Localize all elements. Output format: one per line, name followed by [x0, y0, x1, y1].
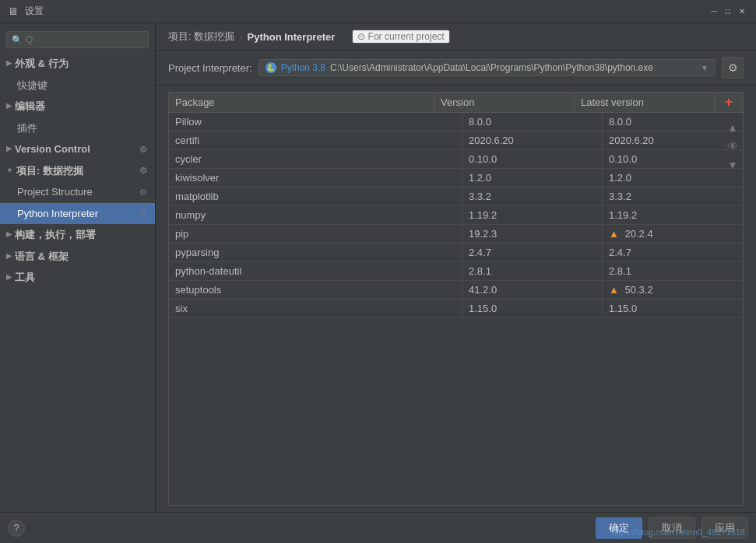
settings-icon: ⚙: [139, 207, 147, 220]
watermark: https://blog.csdn.net/m0_49271518: [611, 527, 745, 537]
package-name: setuptools: [169, 281, 462, 299]
sidebar-item-project[interactable]: ▼ 项目: 数据挖掘 ⚙: [0, 160, 155, 182]
sidebar-item-label: Python Interpreter: [17, 206, 98, 222]
table-row[interactable]: cycler0.10.00.10.0: [169, 150, 743, 169]
sidebar-item-label: 语言 & 框架: [15, 249, 69, 264]
window-title: 设置: [25, 5, 44, 18]
packages-table-container: Package Version Latest version + Pillow8…: [168, 92, 744, 506]
table-row[interactable]: Pillow8.0.08.0.0: [169, 113, 743, 131]
dropdown-arrow-icon: ▼: [701, 64, 709, 72]
main-layout: 🔍 ▶ 外观 & 行为 快捷键 ▶ 编辑器 插件 ▶ Version Contr…: [0, 23, 756, 512]
settings-icon: ⚙: [139, 143, 147, 156]
minimize-button[interactable]: ─: [708, 5, 720, 18]
package-latest-version: 2.4.7: [603, 243, 743, 261]
sidebar: 🔍 ▶ 外观 & 行为 快捷键 ▶ 编辑器 插件 ▶ Version Contr…: [0, 23, 156, 512]
window-controls: ─ □ ✕: [708, 5, 748, 18]
add-package-button[interactable]: +: [715, 93, 743, 112]
sidebar-item-appearance[interactable]: ▶ 外观 & 行为: [0, 53, 155, 75]
breadcrumb-project: 项目: 数据挖掘: [168, 30, 234, 44]
help-button[interactable]: ?: [8, 520, 25, 537]
package-name: python-dateutil: [169, 262, 462, 280]
package-version: 19.2.3: [462, 225, 603, 243]
package-latest-version: 2.8.1: [603, 262, 743, 280]
package-version: 2.4.7: [462, 243, 603, 261]
sidebar-item-label: 快捷键: [17, 78, 47, 93]
search-icon: 🔍: [12, 35, 23, 45]
package-name: pip: [169, 225, 462, 243]
interpreter-settings-button[interactable]: ⚙: [722, 57, 744, 79]
package-name: kiwisolver: [169, 169, 462, 187]
arrow-icon: ▶: [6, 58, 12, 69]
package-name: Pillow: [169, 113, 462, 131]
table-row[interactable]: matplotlib3.3.23.3.2: [169, 187, 743, 206]
package-name: pyparsing: [169, 243, 462, 261]
sidebar-item-label: 编辑器: [15, 99, 45, 114]
interpreter-version: Python 3.8: [281, 62, 325, 73]
sidebar-item-label: 外观 & 行为: [15, 56, 69, 72]
sidebar-item-editor[interactable]: ▶ 编辑器: [0, 96, 155, 117]
package-version: 1.19.2: [462, 206, 603, 224]
sidebar-item-tools[interactable]: ▶ 工具: [0, 267, 155, 289]
title-bar: 🖥 设置 ─ □ ✕: [0, 0, 756, 23]
packages-table-body: Pillow8.0.08.0.0certifi2020.6.202020.6.2…: [168, 112, 744, 506]
sidebar-item-plugins[interactable]: 插件: [0, 117, 155, 139]
package-name: cycler: [169, 150, 462, 168]
package-version: 1.2.0: [462, 169, 603, 187]
settings-icon: ⚙: [139, 186, 147, 199]
package-version: 1.15.0: [462, 300, 603, 317]
breadcrumb: 项目: 数据挖掘 › Python Interpreter ⊙ For curr…: [156, 23, 756, 51]
scroll-down-button[interactable]: ▼: [725, 157, 740, 173]
upgrade-arrow-icon: ▲: [609, 284, 621, 296]
table-row[interactable]: setuptools41.2.0▲ 50.3.2: [169, 281, 743, 300]
breadcrumb-separator: ›: [239, 31, 242, 43]
table-row[interactable]: kiwisolver1.2.01.2.0: [169, 169, 743, 187]
table-row[interactable]: pyparsing2.4.72.4.7: [169, 243, 743, 262]
table-row[interactable]: python-dateutil2.8.12.8.1: [169, 262, 743, 281]
sidebar-item-shortcuts[interactable]: 快捷键: [0, 75, 155, 96]
col-version: Version: [434, 93, 575, 112]
arrow-expanded-icon: ▼: [6, 166, 13, 177]
package-version: 8.0.0: [462, 113, 603, 131]
table-row[interactable]: pip19.2.3▲ 20.2.4: [169, 225, 743, 243]
bottom-left: ?: [8, 520, 25, 537]
table-header: Package Version Latest version +: [168, 92, 744, 112]
arrow-icon: ▶: [6, 272, 12, 283]
col-package: Package: [169, 93, 434, 112]
content-area: 项目: 数据挖掘 › Python Interpreter ⊙ For curr…: [156, 23, 756, 512]
package-latest-version: ▲ 20.2.4: [603, 225, 743, 243]
interpreter-select[interactable]: 🐍 Python 3.8 C:\Users\Administrator\AppD…: [258, 59, 716, 76]
package-name: matplotlib: [169, 187, 462, 205]
sidebar-item-languages[interactable]: ▶ 语言 & 框架: [0, 246, 155, 268]
interpreter-label: Project Interpreter:: [168, 62, 252, 74]
eye-button[interactable]: 👁: [725, 138, 740, 154]
scroll-up-button[interactable]: ▲: [725, 120, 740, 135]
package-latest-version: 1.15.0: [603, 300, 743, 317]
sidebar-item-project-structure[interactable]: Project Structure ⚙: [0, 181, 155, 203]
package-name: numpy: [169, 206, 462, 224]
package-name: six: [169, 300, 462, 317]
maximize-button[interactable]: □: [722, 5, 734, 18]
close-button[interactable]: ✕: [736, 5, 748, 18]
table-row[interactable]: certifi2020.6.202020.6.20: [169, 131, 743, 150]
search-box[interactable]: 🔍: [6, 31, 149, 48]
settings-icon: ⚙: [139, 164, 147, 177]
app-icon: 🖥: [8, 5, 20, 18]
col-latest-version: Latest version: [575, 93, 715, 112]
arrow-icon: ▶: [6, 229, 12, 240]
package-version: 41.2.0: [462, 281, 603, 299]
arrow-icon: ▶: [6, 251, 12, 262]
sidebar-item-label: 插件: [17, 121, 37, 136]
sidebar-item-label: 项目: 数据挖掘: [16, 163, 83, 179]
sidebar-item-version-control[interactable]: ▶ Version Control ⚙: [0, 138, 155, 160]
table-row[interactable]: numpy1.19.21.19.2: [169, 206, 743, 225]
for-current-project-button[interactable]: ⊙ For current project: [352, 30, 449, 44]
package-name: certifi: [169, 131, 462, 149]
sidebar-item-label: 工具: [15, 270, 35, 286]
sidebar-item-build[interactable]: ▶ 构建，执行，部署: [0, 224, 155, 246]
search-input[interactable]: [26, 34, 143, 45]
package-version: 0.10.0: [462, 150, 603, 168]
table-row[interactable]: six1.15.01.15.0: [169, 300, 743, 318]
interpreter-path: C:\Users\Administrator\AppData\Local\Pro…: [330, 62, 696, 73]
sidebar-item-python-interpreter[interactable]: Python Interpreter ⚙: [0, 203, 155, 225]
package-latest-version: 3.3.2: [603, 187, 743, 205]
